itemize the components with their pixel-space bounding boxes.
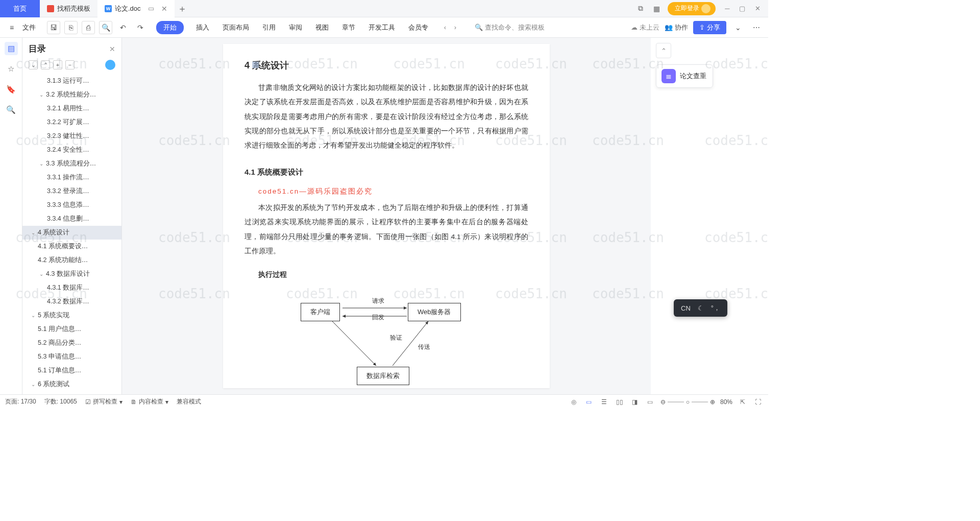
- word-count[interactable]: 字数: 10065: [44, 397, 77, 406]
- outline-rail-icon[interactable]: ▤: [5, 42, 18, 55]
- tab-reference[interactable]: 引用: [261, 21, 277, 34]
- outline-item[interactable]: ⌄4.3 数据库设计: [22, 267, 121, 281]
- add-item-icon[interactable]: +: [53, 60, 62, 69]
- login-button[interactable]: 立即登录: [668, 2, 716, 15]
- expand-all-icon[interactable]: ⌃: [41, 60, 50, 69]
- search-rail-icon[interactable]: 🔍: [5, 103, 18, 116]
- zoom-track-right[interactable]: [692, 401, 708, 402]
- outline-item[interactable]: ⌄3.2 系统性能分…: [22, 88, 121, 102]
- outline-item[interactable]: 3.2.1 易用性…: [22, 102, 121, 115]
- outline-list[interactable]: 3.1.3 运行可…⌄3.2 系统性能分…3.2.1 易用性…3.2.2 可扩展…: [22, 74, 121, 394]
- outline-item[interactable]: 4.2 系统功能结…: [22, 253, 121, 267]
- undo-icon[interactable]: ↶: [116, 21, 130, 34]
- moon-icon[interactable]: ☾: [698, 304, 704, 312]
- outline-item[interactable]: 3.2.4 安全性…: [22, 143, 121, 157]
- outline-item[interactable]: 3.1.3 运行可…: [22, 74, 121, 88]
- outline-item[interactable]: ⌄3.3 系统流程分…: [22, 157, 121, 171]
- sync-icon[interactable]: [105, 60, 115, 70]
- star-rail-icon[interactable]: ☆: [5, 62, 18, 76]
- close-icon[interactable]: ✕: [161, 5, 167, 13]
- spellcheck-button[interactable]: ☑拼写检查▾: [85, 397, 122, 406]
- remove-item-icon[interactable]: −: [65, 60, 75, 69]
- preview-icon[interactable]: 🔍: [99, 21, 112, 34]
- outline-item[interactable]: 5.2 商品分类…: [22, 336, 121, 350]
- target-icon[interactable]: ◎: [569, 397, 579, 407]
- chevron-right-icon[interactable]: ›: [451, 23, 460, 32]
- tab-document[interactable]: W 论文.doc ▭ ✕: [97, 0, 175, 17]
- grid-icon[interactable]: ▦: [651, 3, 663, 14]
- outline-item[interactable]: 3.2.3 健壮性…: [22, 129, 121, 143]
- outline-item[interactable]: 3.3.2 登录流…: [22, 184, 121, 198]
- new-tab-button[interactable]: ＋: [175, 1, 190, 16]
- outline-item[interactable]: 4.3.2 数据库…: [22, 295, 121, 309]
- view-read-icon[interactable]: ▯▯: [615, 397, 625, 407]
- share-button[interactable]: ⇪分享: [693, 21, 726, 34]
- maximize-button[interactable]: ▢: [736, 2, 749, 15]
- redo-icon[interactable]: ↷: [134, 21, 147, 34]
- print-icon[interactable]: ⎙: [82, 21, 95, 34]
- close-window-button[interactable]: ✕: [751, 2, 764, 15]
- ime-lang[interactable]: CN: [681, 304, 691, 312]
- outline-item[interactable]: 4.3.1 数据库…: [22, 281, 121, 295]
- tab-templates[interactable]: 找稻壳模板: [40, 0, 97, 17]
- projector-icon[interactable]: ▭: [148, 5, 154, 12]
- outline-item[interactable]: 4.1 系统概要设…: [22, 240, 121, 253]
- fit-icon[interactable]: ⇱: [738, 397, 748, 407]
- tab-review[interactable]: 审阅: [288, 21, 303, 34]
- layout1-icon[interactable]: ⧉: [635, 3, 646, 14]
- compat-mode[interactable]: 兼容模式: [177, 397, 201, 406]
- tab-start[interactable]: 开始: [156, 21, 184, 34]
- contentcheck-button[interactable]: 🗎内容检查▾: [131, 397, 168, 406]
- zoom-control[interactable]: ⊖ ○ ⊕: [660, 398, 715, 406]
- hamburger-icon[interactable]: ≡: [5, 21, 18, 34]
- zoom-in-icon[interactable]: ⊕: [710, 398, 715, 406]
- close-outline-icon[interactable]: ✕: [109, 45, 115, 53]
- page-indicator[interactable]: 页面: 17/30: [5, 397, 36, 406]
- file-menu[interactable]: 文件: [22, 23, 36, 32]
- collapse-right-icon[interactable]: ⌃: [656, 43, 671, 58]
- outline-item[interactable]: ⌄5 系统实现: [22, 309, 121, 322]
- chevron-left-icon[interactable]: ‹: [440, 23, 450, 32]
- collapse-all-icon[interactable]: ⌄: [29, 60, 38, 69]
- more-icon[interactable]: ⋯: [750, 21, 763, 34]
- section-handle-icon[interactable]: ▦: [250, 58, 261, 69]
- zoom-out-icon[interactable]: ⊖: [660, 398, 666, 406]
- outline-item[interactable]: 5.1 用户信息…: [22, 322, 121, 336]
- tab-home[interactable]: 首页: [0, 0, 40, 17]
- ime-widget[interactable]: CN ☾ °，: [674, 299, 727, 317]
- outline-item[interactable]: 3.3.1 操作流…: [22, 171, 121, 184]
- bookmark-rail-icon[interactable]: 🔖: [5, 83, 18, 96]
- tab-member[interactable]: 会员专: [407, 21, 429, 34]
- ruler-icon[interactable]: ▭: [645, 397, 655, 407]
- minimize-button[interactable]: ─: [721, 2, 734, 15]
- tab-chapter[interactable]: 章节: [341, 21, 356, 34]
- zoom-value[interactable]: 80%: [720, 398, 732, 406]
- outline-item[interactable]: ⌄4 系统设计: [22, 226, 121, 240]
- cloud-status[interactable]: ☁未上云: [631, 23, 659, 32]
- search-command[interactable]: 🔍查找命令、搜索模板: [471, 21, 548, 34]
- tab-devtools[interactable]: 开发工具: [368, 21, 396, 34]
- outline-item-label: 5.1 订单信息…: [38, 366, 81, 375]
- view-outline-icon[interactable]: ☰: [599, 397, 609, 407]
- punct-icon[interactable]: °，: [711, 303, 720, 313]
- saveas-icon[interactable]: ⎘: [64, 21, 78, 34]
- outline-item[interactable]: 3.3.3 信息添…: [22, 198, 121, 212]
- zoom-handle[interactable]: ○: [686, 398, 690, 406]
- chevron-down-icon[interactable]: ⌄: [731, 21, 745, 34]
- save-icon[interactable]: 🖫: [47, 21, 60, 34]
- outline-item[interactable]: 5.3 申请信息…: [22, 350, 121, 364]
- outline-item[interactable]: 3.3.4 信息删…: [22, 212, 121, 226]
- tab-view[interactable]: 视图: [314, 21, 330, 34]
- zoom-track-left[interactable]: [668, 401, 684, 402]
- outline-item[interactable]: 3.2.2 可扩展…: [22, 115, 121, 129]
- document-area[interactable]: ▦ 4 系统设计 甘肃非物质文化网站的设计方案比如功能框架的设计，比如数据库的设…: [122, 38, 651, 394]
- outline-item[interactable]: ⌄6 系统测试: [22, 377, 121, 391]
- view-web-icon[interactable]: ◨: [630, 397, 640, 407]
- collab-button[interactable]: 👥协作: [665, 23, 688, 32]
- tab-pagelayout[interactable]: 页面布局: [222, 21, 250, 34]
- outline-item[interactable]: 5.1 订单信息…: [22, 364, 121, 377]
- plagiarism-check-card[interactable]: ≣ 论文查重: [656, 64, 713, 88]
- view-print-icon[interactable]: ▭: [584, 397, 594, 407]
- fullscreen-icon[interactable]: ⛶: [753, 397, 763, 407]
- tab-insert[interactable]: 插入: [195, 21, 210, 34]
